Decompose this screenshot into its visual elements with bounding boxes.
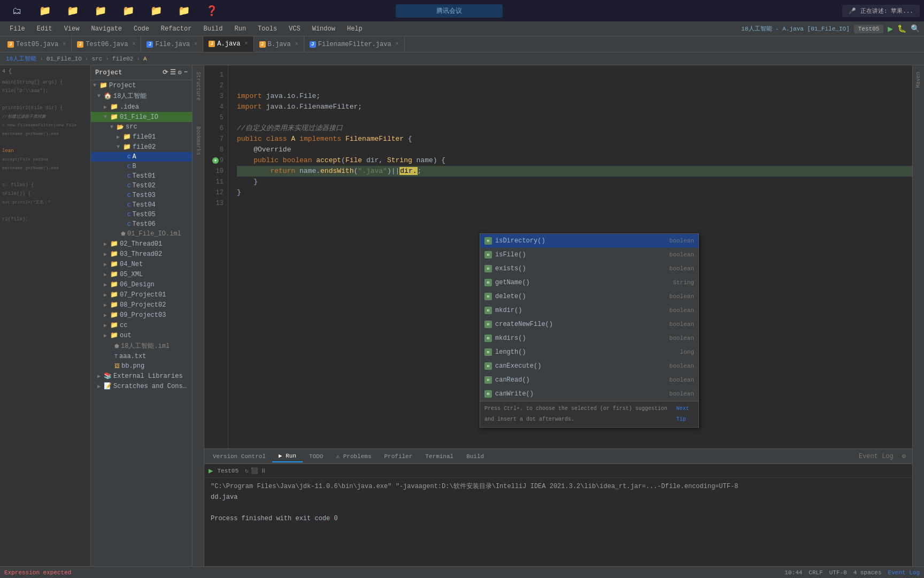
taskbar-app-folder3[interactable]: 📁 <box>88 1 113 20</box>
tab-filenamefilter[interactable]: J FilenameFilter.java × <box>304 36 405 52</box>
run-config-selector[interactable]: Test05 <box>854 25 884 33</box>
menu-navigate[interactable]: Navigate <box>86 24 127 34</box>
taskbar-app-folder6[interactable]: 📁 <box>171 1 197 20</box>
tree-item-ext-libs[interactable]: ▶📚External Libraries <box>91 371 192 381</box>
search-everywhere[interactable]: 🔍 <box>911 24 920 33</box>
run-pause-icon[interactable]: ⏸ <box>260 467 266 474</box>
right-panel-1[interactable]: Maven <box>914 70 922 90</box>
tree-item-cc[interactable]: ▶📁cc <box>91 320 192 330</box>
ac-item-delete[interactable]: m delete() boolean <box>480 290 698 303</box>
tab-b[interactable]: J B.java × <box>254 36 304 52</box>
tab-close-test05[interactable]: × <box>63 41 66 47</box>
ac-item-mkdir[interactable]: m mkdir() boolean <box>480 303 698 317</box>
run-stop-icon[interactable]: ⬛ <box>251 467 258 474</box>
tree-item-01fileio[interactable]: ▼ 📁 01_File_IO <box>91 112 192 122</box>
tab-close-a[interactable]: × <box>245 41 248 47</box>
tree-item-aaa[interactable]: Taaa.txt <box>91 352 192 361</box>
tree-item-bb[interactable]: 🖼bb.png <box>91 361 192 371</box>
tree-item-test04[interactable]: CTest04 <box>91 200 192 210</box>
bottom-settings-icon[interactable]: ⚙ <box>898 452 910 460</box>
breadcrumb-project[interactable]: 18人工智能 <box>6 55 36 63</box>
taskbar-app-files[interactable]: 🗂 <box>4 1 30 20</box>
sidebar-collapse-icon[interactable]: ☰ <box>170 69 176 77</box>
tree-item-08project02[interactable]: ▶📁08_Project02 <box>91 300 192 310</box>
menu-file[interactable]: File <box>4 24 30 34</box>
event-log-button[interactable]: Event Log <box>854 453 898 460</box>
code-content[interactable]: import java.io.File; import java.io.File… <box>228 65 912 448</box>
menu-edit[interactable]: Edit <box>32 24 58 34</box>
tab-close-b[interactable]: × <box>295 41 298 47</box>
tab-a[interactable]: J A.java × <box>203 36 253 52</box>
menu-tools[interactable]: Tools <box>252 24 282 34</box>
tree-item-src[interactable]: ▼ 📂 src <box>91 122 192 132</box>
ac-item-isfile[interactable]: m isFile() boolean <box>480 248 698 262</box>
taskbar-app-folder2[interactable]: 📁 <box>60 1 86 20</box>
taskbar-app-folder5[interactable]: 📁 <box>143 1 169 20</box>
ac-item-canread[interactable]: m canRead() boolean <box>480 373 698 387</box>
tree-item-idea[interactable]: ▶ 📁 .idea <box>91 102 192 112</box>
tree-item-file02[interactable]: ▼ 📁 file02 <box>91 142 192 152</box>
breadcrumb-a[interactable]: A <box>143 56 147 62</box>
structure-panel-label[interactable]: Structure <box>194 70 202 103</box>
tree-item-root-project[interactable]: ▼ 🏠 18人工智能 <box>91 90 192 102</box>
btab-run[interactable]: ▶ Run <box>272 450 303 462</box>
tab-close-filenamefilter[interactable]: × <box>396 41 399 47</box>
status-indent[interactable]: 4 spaces <box>853 569 882 576</box>
menu-run[interactable]: Run <box>229 24 251 34</box>
tree-item-test03[interactable]: CTest03 <box>91 191 192 200</box>
run-button[interactable]: ▶ <box>888 24 893 34</box>
ac-item-createnewfile[interactable]: m createNewFile() boolean <box>480 317 698 331</box>
menu-help[interactable]: Help <box>342 24 368 34</box>
ac-item-canexecute[interactable]: m canExecute() boolean <box>480 359 698 373</box>
sidebar-settings-icon[interactable]: ⚙ <box>178 69 182 77</box>
tree-item-test06[interactable]: CTest06 <box>91 219 192 229</box>
tree-item-iml2[interactable]: ⬟18人工智能.iml <box>91 340 192 352</box>
btab-terminal[interactable]: Terminal <box>419 451 460 462</box>
breadcrumb-module[interactable]: 01_File_IO <box>47 56 82 62</box>
event-log-status[interactable]: Event Log <box>888 569 920 576</box>
btab-problems[interactable]: ⚠ Problems <box>329 451 378 462</box>
menu-code[interactable]: Code <box>128 24 155 34</box>
tree-item-test05[interactable]: CTest05 <box>91 210 192 219</box>
tree-item-05xml[interactable]: ▶📁05_XML <box>91 269 192 279</box>
status-linesep[interactable]: CRLF <box>808 569 822 576</box>
tree-item-iml[interactable]: ⬟01_File_IO.iml <box>91 229 192 239</box>
tree-item-04net[interactable]: ▶📁04_Net <box>91 259 192 269</box>
tree-item-07project01[interactable]: ▶📁07_Project01 <box>91 290 192 300</box>
breadcrumb-file02[interactable]: file02 <box>112 56 134 62</box>
tree-item-09project03[interactable]: ▶📁09_Project03 <box>91 310 192 320</box>
status-encoding[interactable]: UTF-8 <box>829 569 847 576</box>
ac-item-mkdirs[interactable]: m mkdirs() boolean <box>480 331 698 345</box>
btab-todo[interactable]: TODO <box>303 451 329 462</box>
ac-item-exists[interactable]: m exists() boolean <box>480 262 698 276</box>
tree-item-file01[interactable]: ▶ 📁 file01 <box>91 132 192 142</box>
mic-area[interactable]: 🎤 正在讲述: 苹果... <box>842 5 920 17</box>
breadcrumb-src[interactable]: src <box>91 56 102 62</box>
taskbar-app-question[interactable]: ❓ <box>199 1 225 20</box>
menu-refactor[interactable]: Refactor <box>156 24 197 34</box>
menu-build[interactable]: Build <box>198 24 228 34</box>
run-restart-icon[interactable]: ↻ <box>245 467 249 474</box>
tree-item-02thread01[interactable]: ▶📁02_Thread01 <box>91 239 192 249</box>
menu-vcs[interactable]: VCS <box>283 24 306 34</box>
tree-item-out[interactable]: ▶📁out <box>91 330 192 340</box>
tab-test06[interactable]: J Test06.java × <box>72 36 141 52</box>
taskbar-app-folder4[interactable]: 📁 <box>116 1 141 20</box>
ac-item-isdirectory[interactable]: m isDirectory() boolean <box>480 234 698 248</box>
bookmarks-panel-label[interactable]: Bookmarks <box>194 124 202 157</box>
btab-profiler[interactable]: Profiler <box>378 451 419 462</box>
tree-item-06design[interactable]: ▶📁06_Design <box>91 279 192 290</box>
ac-item-canwrite[interactable]: m canWrite() boolean <box>480 387 698 401</box>
tab-file[interactable]: J File.java × <box>141 36 203 52</box>
code-editor[interactable]: 1 2 3 4 5 6 7 8 ● 9 10 11 12 13 <box>204 65 912 448</box>
tree-item-test01[interactable]: CTest01 <box>91 171 192 181</box>
taskbar-app-folder1[interactable]: 📁 <box>32 1 58 20</box>
menu-view[interactable]: View <box>59 24 85 34</box>
tree-item-scratches[interactable]: ▶📝Scratches and Consoles <box>91 381 192 391</box>
tab-test05[interactable]: J Test05.java × <box>2 36 72 52</box>
sidebar-sync-icon[interactable]: ⟳ <box>163 69 168 77</box>
tree-item-class-a[interactable]: C A <box>91 152 192 162</box>
ac-item-getname[interactable]: m getName() String <box>480 276 698 290</box>
tab-close-file[interactable]: × <box>194 41 197 47</box>
tab-close-test06[interactable]: × <box>132 41 135 47</box>
